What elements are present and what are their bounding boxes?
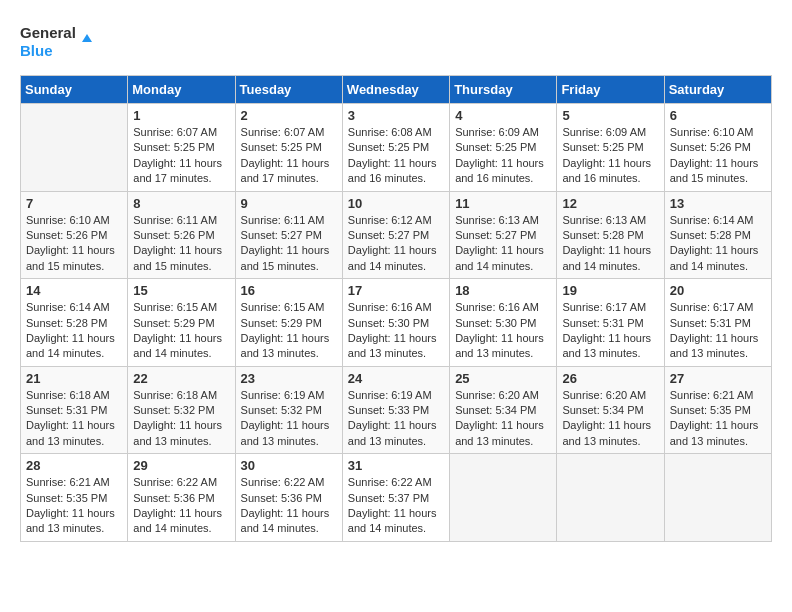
- day-info: Sunrise: 6:22 AM Sunset: 5:36 PM Dayligh…: [241, 475, 337, 537]
- day-number: 11: [455, 196, 551, 211]
- weekday-header: Saturday: [664, 76, 771, 104]
- daylight-label: Daylight: 11 hours and 14 minutes.: [348, 244, 437, 271]
- day-info: Sunrise: 6:16 AM Sunset: 5:30 PM Dayligh…: [348, 300, 444, 362]
- day-info: Sunrise: 6:08 AM Sunset: 5:25 PM Dayligh…: [348, 125, 444, 187]
- day-info: Sunrise: 6:15 AM Sunset: 5:29 PM Dayligh…: [133, 300, 229, 362]
- daylight-label: Daylight: 11 hours and 13 minutes.: [562, 419, 651, 446]
- weekday-header: Sunday: [21, 76, 128, 104]
- daylight-label: Daylight: 11 hours and 14 minutes.: [241, 507, 330, 534]
- sunset-label: Sunset: 5:26 PM: [26, 229, 107, 241]
- calendar-cell: 16 Sunrise: 6:15 AM Sunset: 5:29 PM Dayl…: [235, 279, 342, 367]
- calendar-cell: 7 Sunrise: 6:10 AM Sunset: 5:26 PM Dayli…: [21, 191, 128, 279]
- day-number: 20: [670, 283, 766, 298]
- svg-text:Blue: Blue: [20, 42, 53, 59]
- daylight-label: Daylight: 11 hours and 15 minutes.: [133, 244, 222, 271]
- day-info: Sunrise: 6:17 AM Sunset: 5:31 PM Dayligh…: [670, 300, 766, 362]
- day-number: 28: [26, 458, 122, 473]
- calendar-cell: 12 Sunrise: 6:13 AM Sunset: 5:28 PM Dayl…: [557, 191, 664, 279]
- sunset-label: Sunset: 5:28 PM: [670, 229, 751, 241]
- sunrise-label: Sunrise: 6:09 AM: [455, 126, 539, 138]
- sunset-label: Sunset: 5:31 PM: [26, 404, 107, 416]
- sunset-label: Sunset: 5:25 PM: [133, 141, 214, 153]
- day-number: 23: [241, 371, 337, 386]
- sunset-label: Sunset: 5:33 PM: [348, 404, 429, 416]
- calendar-cell: 27 Sunrise: 6:21 AM Sunset: 5:35 PM Dayl…: [664, 366, 771, 454]
- sunset-label: Sunset: 5:25 PM: [455, 141, 536, 153]
- calendar-cell: 11 Sunrise: 6:13 AM Sunset: 5:27 PM Dayl…: [450, 191, 557, 279]
- calendar-cell: 9 Sunrise: 6:11 AM Sunset: 5:27 PM Dayli…: [235, 191, 342, 279]
- sunrise-label: Sunrise: 6:21 AM: [26, 476, 110, 488]
- daylight-label: Daylight: 11 hours and 16 minutes.: [562, 157, 651, 184]
- sunrise-label: Sunrise: 6:22 AM: [241, 476, 325, 488]
- day-number: 31: [348, 458, 444, 473]
- sunrise-label: Sunrise: 6:19 AM: [241, 389, 325, 401]
- sunrise-label: Sunrise: 6:10 AM: [26, 214, 110, 226]
- sunrise-label: Sunrise: 6:11 AM: [241, 214, 325, 226]
- day-number: 12: [562, 196, 658, 211]
- daylight-label: Daylight: 11 hours and 13 minutes.: [348, 419, 437, 446]
- calendar-cell: 15 Sunrise: 6:15 AM Sunset: 5:29 PM Dayl…: [128, 279, 235, 367]
- calendar-cell: 8 Sunrise: 6:11 AM Sunset: 5:26 PM Dayli…: [128, 191, 235, 279]
- sunrise-label: Sunrise: 6:11 AM: [133, 214, 217, 226]
- calendar-cell: 28 Sunrise: 6:21 AM Sunset: 5:35 PM Dayl…: [21, 454, 128, 542]
- sunset-label: Sunset: 5:36 PM: [133, 492, 214, 504]
- sunrise-label: Sunrise: 6:21 AM: [670, 389, 754, 401]
- calendar-table: SundayMondayTuesdayWednesdayThursdayFrid…: [20, 75, 772, 542]
- day-info: Sunrise: 6:12 AM Sunset: 5:27 PM Dayligh…: [348, 213, 444, 275]
- day-info: Sunrise: 6:07 AM Sunset: 5:25 PM Dayligh…: [133, 125, 229, 187]
- sunset-label: Sunset: 5:26 PM: [133, 229, 214, 241]
- day-number: 29: [133, 458, 229, 473]
- sunset-label: Sunset: 5:28 PM: [562, 229, 643, 241]
- logo: General Blue: [20, 20, 100, 65]
- sunrise-label: Sunrise: 6:17 AM: [670, 301, 754, 313]
- sunrise-label: Sunrise: 6:13 AM: [562, 214, 646, 226]
- sunset-label: Sunset: 5:35 PM: [670, 404, 751, 416]
- day-number: 25: [455, 371, 551, 386]
- sunrise-label: Sunrise: 6:17 AM: [562, 301, 646, 313]
- daylight-label: Daylight: 11 hours and 14 minutes.: [26, 332, 115, 359]
- day-info: Sunrise: 6:19 AM Sunset: 5:33 PM Dayligh…: [348, 388, 444, 450]
- calendar-cell: 3 Sunrise: 6:08 AM Sunset: 5:25 PM Dayli…: [342, 104, 449, 192]
- sunrise-label: Sunrise: 6:16 AM: [455, 301, 539, 313]
- day-number: 4: [455, 108, 551, 123]
- weekday-header: Thursday: [450, 76, 557, 104]
- calendar-cell: 31 Sunrise: 6:22 AM Sunset: 5:37 PM Dayl…: [342, 454, 449, 542]
- day-number: 26: [562, 371, 658, 386]
- daylight-label: Daylight: 11 hours and 14 minutes.: [133, 332, 222, 359]
- calendar-cell: 13 Sunrise: 6:14 AM Sunset: 5:28 PM Dayl…: [664, 191, 771, 279]
- daylight-label: Daylight: 11 hours and 15 minutes.: [670, 157, 759, 184]
- day-info: Sunrise: 6:15 AM Sunset: 5:29 PM Dayligh…: [241, 300, 337, 362]
- sunset-label: Sunset: 5:27 PM: [455, 229, 536, 241]
- daylight-label: Daylight: 11 hours and 14 minutes.: [670, 244, 759, 271]
- day-number: 30: [241, 458, 337, 473]
- daylight-label: Daylight: 11 hours and 13 minutes.: [241, 332, 330, 359]
- day-number: 3: [348, 108, 444, 123]
- sunset-label: Sunset: 5:34 PM: [562, 404, 643, 416]
- sunrise-label: Sunrise: 6:22 AM: [348, 476, 432, 488]
- daylight-label: Daylight: 11 hours and 14 minutes.: [562, 244, 651, 271]
- sunset-label: Sunset: 5:29 PM: [241, 317, 322, 329]
- sunset-label: Sunset: 5:29 PM: [133, 317, 214, 329]
- day-number: 22: [133, 371, 229, 386]
- day-info: Sunrise: 6:07 AM Sunset: 5:25 PM Dayligh…: [241, 125, 337, 187]
- weekday-header: Monday: [128, 76, 235, 104]
- day-number: 16: [241, 283, 337, 298]
- calendar-cell: [557, 454, 664, 542]
- logo-icon: General Blue: [20, 20, 100, 65]
- day-info: Sunrise: 6:18 AM Sunset: 5:31 PM Dayligh…: [26, 388, 122, 450]
- day-info: Sunrise: 6:21 AM Sunset: 5:35 PM Dayligh…: [670, 388, 766, 450]
- day-info: Sunrise: 6:10 AM Sunset: 5:26 PM Dayligh…: [26, 213, 122, 275]
- page-header: General Blue: [20, 20, 772, 65]
- sunset-label: Sunset: 5:26 PM: [670, 141, 751, 153]
- day-info: Sunrise: 6:22 AM Sunset: 5:36 PM Dayligh…: [133, 475, 229, 537]
- calendar-cell: 17 Sunrise: 6:16 AM Sunset: 5:30 PM Dayl…: [342, 279, 449, 367]
- calendar-week-row: 28 Sunrise: 6:21 AM Sunset: 5:35 PM Dayl…: [21, 454, 772, 542]
- sunrise-label: Sunrise: 6:13 AM: [455, 214, 539, 226]
- calendar-cell: [450, 454, 557, 542]
- sunset-label: Sunset: 5:32 PM: [241, 404, 322, 416]
- day-number: 7: [26, 196, 122, 211]
- sunset-label: Sunset: 5:25 PM: [562, 141, 643, 153]
- sunset-label: Sunset: 5:32 PM: [133, 404, 214, 416]
- sunset-label: Sunset: 5:34 PM: [455, 404, 536, 416]
- day-info: Sunrise: 6:13 AM Sunset: 5:28 PM Dayligh…: [562, 213, 658, 275]
